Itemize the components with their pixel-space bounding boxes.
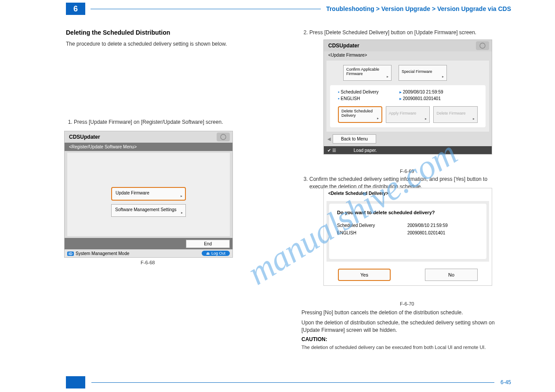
intro-text: The procedure to delete a scheduled deli…: [66, 40, 255, 48]
software-mgmt-label: Software Management Settings: [115, 207, 177, 212]
panel1-title: CDSUpdater: [65, 131, 105, 143]
screenshot-register-menu: CDSUpdater <Register/Update Software Men…: [64, 131, 233, 258]
caution-text: The deletion of scheduled delivery can b…: [301, 344, 490, 351]
yes-button[interactable]: Yes: [338, 269, 391, 281]
status-message: Load paper.: [354, 148, 377, 153]
confirm-row2-value: 20090801.0201401: [407, 230, 445, 235]
chevron-icon: ▸: [377, 116, 379, 120]
update-firmware-label: Update Firmware: [116, 191, 149, 195]
svg-point-0: [221, 134, 226, 140]
figure-label-2: F-6-69: [400, 169, 414, 174]
panel2-sub: <Update Firmware>: [324, 51, 492, 59]
footer-rule: [91, 382, 494, 383]
panel3-title: <Delete Scheduled Delivery>: [324, 188, 492, 198]
header-number-box: 6: [66, 3, 85, 15]
delete-firmware-label: Delete Firmware: [436, 111, 465, 115]
scheduled-label: Scheduled Delivery: [338, 90, 399, 94]
section-intro: The procedure to delete a scheduled deli…: [66, 40, 255, 50]
footer-box: [66, 376, 85, 388]
chevron-icon: ▸: [442, 75, 444, 79]
status-left: IDSystem Management Mode: [67, 251, 129, 256]
panel1-subtitle: <Register/Update Software Menu>: [65, 143, 232, 151]
logout-button[interactable]: ⏏Log Out: [202, 251, 230, 256]
step-1-text: Press [Update Firmware] on [Register/Upd…: [74, 119, 255, 126]
apply-firmware-button[interactable]: Apply Firmware ▸: [386, 106, 430, 123]
chevron-icon: ▸: [387, 75, 388, 79]
confirm-row1-label: Scheduled Delivery: [337, 223, 407, 228]
page-number: 6-45: [501, 379, 511, 385]
chevron-icon: ▸: [425, 117, 427, 121]
chevron-icon: ▸: [473, 117, 475, 121]
chevron-icon: ▸: [181, 194, 182, 198]
back-to-menu-button[interactable]: Back to Menu: [333, 134, 376, 144]
confirm-firmware-label: Confirm Applicable Firmware: [346, 67, 379, 76]
step-2-text: Press [Delete Scheduled Delivery] button…: [309, 29, 499, 36]
special-firmware-label: Special Firmware: [402, 69, 432, 74]
confirm-row1-value: 2009/08/10 21:59:59: [407, 223, 448, 228]
header-breadcrumb: Troubleshooting > Version Upgrade > Vers…: [326, 5, 511, 12]
delete-firmware-button[interactable]: Delete Firmware ▸: [433, 106, 478, 123]
screenshot-update-firmware: CDSUpdater <Update Firmware> Confirm App…: [323, 40, 492, 155]
confirm-question: Do you want to delete scheduled delivery…: [337, 210, 479, 215]
lang-label: ENGLISH: [338, 96, 399, 101]
end-button[interactable]: End: [186, 240, 230, 248]
software-mgmt-button[interactable]: Software Management Settings ▸: [111, 204, 186, 217]
no-button[interactable]: No: [425, 269, 478, 281]
confirm-row2-label: ENGLISH: [337, 230, 407, 235]
step-2: Press [Delete Scheduled Delivery] button…: [301, 29, 499, 36]
caution-label: CAUTION:: [301, 336, 327, 342]
update-firmware-button[interactable]: Update Firmware ▸: [111, 187, 186, 201]
confirm-firmware-button[interactable]: Confirm Applicable Firmware ▸: [343, 65, 392, 81]
special-firmware-button[interactable]: Special Firmware ▸: [399, 65, 447, 81]
back-arrow-icon: ◀: [327, 137, 331, 141]
panel2-title: CDSUpdater: [324, 40, 364, 51]
page-footer: 6-45: [66, 376, 511, 388]
lang-value: 20090801.0201401: [399, 96, 441, 101]
network-icon: [217, 133, 230, 141]
delete-scheduled-button[interactable]: Delete Scheduled Delivery ▸: [338, 106, 382, 123]
status-icons: ✔ ☰: [327, 148, 336, 153]
page-header: 6 Troubleshooting > Version Upgrade > Ve…: [66, 3, 511, 15]
screenshot-delete-confirm: <Delete Scheduled Delivery> Do you want …: [323, 188, 492, 286]
svg-point-1: [480, 43, 485, 48]
apply-firmware-label: Apply Firmware: [389, 111, 417, 115]
section-heading: Deleting the Scheduled Distribution: [66, 29, 170, 36]
figure-label-3: F-6-70: [400, 301, 414, 306]
note-after-step3: Pressing [No] button cancels the deletio…: [301, 309, 499, 336]
figure-label-1: F-6-68: [141, 260, 155, 265]
network-icon: [476, 41, 489, 50]
status-bar-2: ✔ ☰ Load paper.: [324, 146, 492, 154]
delete-scheduled-label: Delete Scheduled Delivery: [341, 109, 373, 118]
header-rule: [91, 9, 321, 9]
step-1: Press [Update Firmware] on [Register/Upd…: [66, 119, 255, 126]
chevron-icon: ▸: [181, 211, 183, 215]
scheduled-value: 2009/08/10 21:59:59: [399, 90, 443, 94]
scheduled-info-box: Scheduled Delivery2009/08/10 21:59:59 EN…: [330, 85, 486, 127]
